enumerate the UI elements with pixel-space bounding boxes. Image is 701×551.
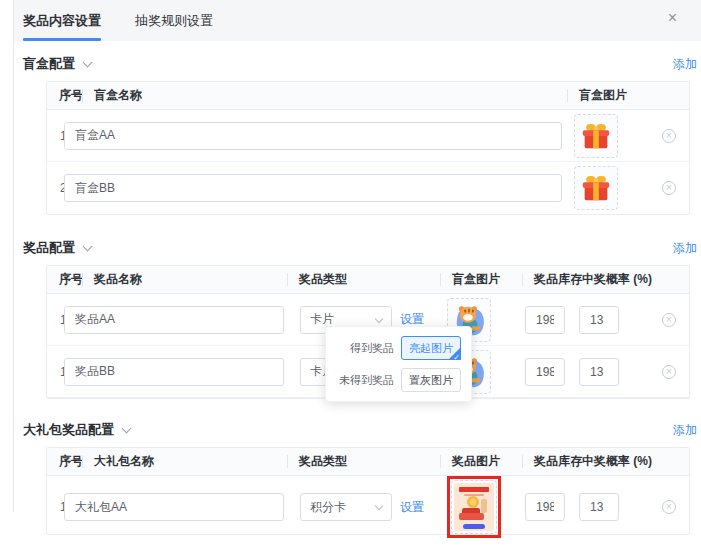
close-icon[interactable]: × (668, 10, 677, 26)
col-header-image: 奖品图片 (440, 448, 522, 475)
tab-bar: 奖品内容设置 抽奖规则设置 × (14, 0, 701, 41)
remove-circle-icon[interactable]: × (662, 313, 676, 327)
tab-lottery-rule-settings[interactable]: 抽奖规则设置 (135, 0, 213, 41)
add-package-button[interactable]: 添加 (673, 422, 697, 439)
col-header-name: 奖品名称 (82, 266, 287, 293)
settings-link[interactable]: 设置 (400, 499, 424, 516)
table-header: 序号 盲盒名称 盲盒图片 (47, 82, 689, 110)
probability-cell: × (570, 493, 689, 521)
col-header-index: 序号 (47, 448, 82, 475)
prize-name-input[interactable] (64, 306, 284, 334)
chevron-down-icon[interactable] (83, 241, 93, 251)
col-header-name: 大礼包名称 (82, 448, 287, 475)
col-header-probability: 中奖概率 (%) (570, 266, 689, 293)
screen: 奖品内容设置 抽奖规则设置 × 盲盒配置 添加 序号 盲盒名称 盲盒图片 1 (0, 0, 701, 551)
table-header: 序号 奖品名称 奖品类型 盲盒图片 奖品库存 中奖概率 (%) (47, 266, 689, 294)
popup-row: 未得到奖品 置灰图片 (336, 368, 461, 392)
image-type-popup: 得到奖品 亮起图片 ✓ 未得到奖品 置灰图片 (325, 326, 472, 402)
gray-image-option[interactable]: 置灰图片 (401, 368, 461, 392)
popup-label: 得到奖品 (336, 341, 394, 356)
probability-cell: × (570, 358, 689, 386)
prize-settings-drawer: 奖品内容设置 抽奖规则设置 × 盲盒配置 添加 序号 盲盒名称 盲盒图片 1 (13, 0, 701, 512)
chevron-down-icon (375, 314, 383, 322)
probability-input[interactable] (579, 306, 619, 334)
check-icon: ✓ (453, 353, 460, 362)
col-header-type: 奖品类型 (287, 266, 440, 293)
tab-prize-content-settings[interactable]: 奖品内容设置 (23, 0, 101, 41)
blindbox-table: 序号 盲盒名称 盲盒图片 1 (46, 81, 690, 215)
popup-row: 得到奖品 亮起图片 ✓ (336, 336, 461, 360)
gift-icon (579, 171, 613, 205)
name-cell (82, 358, 287, 386)
name-cell (82, 306, 287, 334)
probability-cell: × (570, 306, 689, 334)
gift-icon (579, 119, 613, 153)
name-cell (82, 174, 567, 202)
drawer-content: 盲盒配置 添加 序号 盲盒名称 盲盒图片 1 (14, 55, 701, 535)
chevron-down-icon[interactable] (122, 423, 132, 433)
tab-label: 抽奖规则设置 (135, 12, 213, 30)
package-section-header: 大礼包奖品配置 添加 (23, 421, 701, 439)
type-cell: 积分卡 设置 (287, 493, 440, 521)
name-cell (82, 122, 567, 150)
probability-input[interactable] (579, 493, 619, 521)
option-label: 亮起图片 (409, 341, 453, 356)
chevron-down-icon[interactable] (83, 57, 93, 67)
image-cell (440, 476, 522, 538)
remove-circle-icon[interactable]: × (662, 365, 676, 379)
section-title: 盲盒配置 (23, 55, 91, 73)
image-cell: × (567, 114, 689, 158)
section-title: 大礼包奖品配置 (23, 421, 130, 439)
stock-cell (522, 358, 570, 386)
col-header-image: 盲盒图片 (440, 266, 522, 293)
poster-image[interactable] (451, 480, 497, 534)
gift-image[interactable] (574, 114, 618, 158)
package-table: 序号 大礼包名称 奖品类型 奖品图片 奖品库存 中奖概率 (%) 1 积分卡 设… (46, 447, 690, 535)
annotation-highlight (447, 476, 501, 538)
stock-cell (522, 493, 570, 521)
add-prize-button[interactable]: 添加 (673, 240, 697, 257)
section-title: 奖品配置 (23, 239, 91, 257)
stock-input[interactable] (525, 306, 565, 334)
prize-section-header: 奖品配置 添加 (23, 239, 701, 257)
stock-input[interactable] (525, 358, 565, 386)
blindbox-name-input[interactable] (64, 174, 562, 202)
col-header-index: 序号 (47, 82, 82, 109)
poster-icon (454, 483, 494, 531)
col-header-type: 奖品类型 (287, 448, 440, 475)
tab-label: 奖品内容设置 (23, 12, 101, 30)
package-name-input[interactable] (64, 493, 284, 521)
lit-image-option[interactable]: 亮起图片 ✓ (401, 336, 461, 360)
col-header-stock: 奖品库存 (522, 266, 570, 293)
add-blindbox-button[interactable]: 添加 (673, 56, 697, 73)
prize-table: 序号 奖品名称 奖品类型 盲盒图片 奖品库存 中奖概率 (%) 1 卡片 设置 (46, 265, 690, 399)
section-title-text: 大礼包奖品配置 (23, 421, 114, 439)
gift-image[interactable] (574, 166, 618, 210)
col-header-index: 序号 (47, 266, 82, 293)
stock-input[interactable] (525, 493, 565, 521)
remove-circle-icon[interactable]: × (662, 181, 676, 195)
prize-name-input[interactable] (64, 358, 284, 386)
col-header-name: 盲盒名称 (82, 82, 567, 109)
remove-circle-icon[interactable]: × (662, 500, 676, 514)
table-row: 2 × (47, 162, 689, 214)
image-cell: × (567, 166, 689, 210)
section-title-text: 奖品配置 (23, 239, 75, 257)
section-title-text: 盲盒配置 (23, 55, 75, 73)
probability-input[interactable] (579, 358, 619, 386)
table-row: 1 × (47, 110, 689, 162)
col-header-image: 盲盒图片 (567, 82, 689, 109)
select-value: 积分卡 (310, 499, 346, 516)
col-header-probability: 中奖概率 (%) (570, 448, 689, 475)
popup-label: 未得到奖品 (336, 373, 394, 388)
chevron-down-icon (375, 502, 383, 510)
col-header-stock: 奖品库存 (522, 448, 570, 475)
remove-circle-icon[interactable]: × (662, 129, 676, 143)
blindbox-section-header: 盲盒配置 添加 (23, 55, 701, 73)
table-row: 1 积分卡 设置 (47, 476, 689, 534)
option-label: 置灰图片 (409, 373, 453, 388)
blindbox-name-input[interactable] (64, 122, 562, 150)
table-header: 序号 大礼包名称 奖品类型 奖品图片 奖品库存 中奖概率 (%) (47, 448, 689, 476)
prize-type-select[interactable]: 积分卡 (300, 493, 392, 521)
stock-cell (522, 306, 570, 334)
